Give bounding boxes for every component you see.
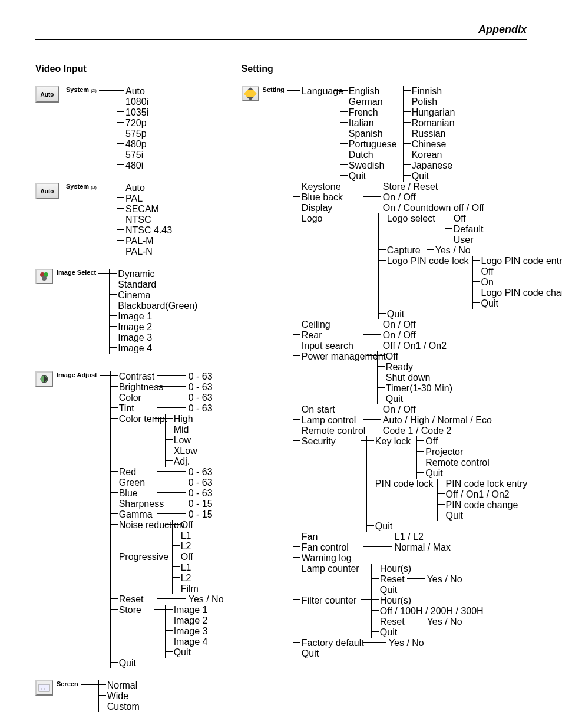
noise-item: Noise reduction Off L1 L2 [111, 520, 224, 552]
system2-group: Auto System (2) Auto 1080i 1035i 720p 57… [35, 86, 224, 171]
list-item: Quit [166, 647, 208, 658]
keystone-item: KeystoneStore / Reset [293, 182, 562, 192]
progressive-item: Progressive Off L1 L2 Film [111, 552, 224, 594]
list-item: Dutch [340, 150, 397, 160]
list-item: L2 [173, 573, 199, 584]
list-item: Blackboard(Green) [110, 301, 197, 311]
list-item: Image 4 [110, 343, 197, 354]
list-item: Chinese [404, 139, 455, 150]
reset-item: ResetYes / No [111, 594, 224, 605]
list-item: Normal [99, 680, 140, 691]
list-item: Quit [438, 510, 528, 521]
list-item: Yes / No [427, 245, 471, 256]
svg-point-2 [42, 276, 47, 281]
list-item: On [473, 277, 562, 288]
list-item: L2 [173, 541, 193, 552]
adjust-item: Green0 - 63 [111, 477, 224, 488]
logopin-item: Logo PIN code lock Logo PIN code entry O… [379, 256, 562, 309]
logo-item: Logo Logo select Off Default User [293, 213, 562, 319]
auto-box-1: Auto [35, 86, 59, 103]
setting-list: Language English German French Italian S… [293, 86, 562, 659]
list-item: Image 4 [166, 637, 208, 647]
colortemp-item: Color temp. High Mid Low XLow Adj. [111, 414, 224, 467]
list-item: French [340, 107, 397, 118]
list-item: PAL-M [117, 236, 172, 246]
list-item: Standard [110, 279, 197, 290]
list-item: L1 [173, 562, 199, 573]
list-item: NTSC [117, 215, 172, 225]
list-item: NTSC 4.43 [117, 225, 172, 236]
screen-group: ◂ ▸ Screen Normal Wide Custom [35, 680, 224, 712]
adjust-item: Gamma0 - 15 [111, 509, 224, 520]
lampcounter-item: Lamp counter Hour(s) ResetYes / No Quit [293, 564, 562, 595]
list-item: Auto [117, 183, 172, 193]
image-select-group: Image Select Dynamic Standard Cinema Bla… [35, 269, 224, 354]
blueback-item: Blue backOn / Off [293, 192, 562, 203]
system3-list: Auto PAL SECAM NTSC NTSC 4.43 PAL-M PAL-… [117, 183, 172, 257]
list-item: Projector [417, 447, 490, 457]
security-item: Security Key lock Off Projector Rem [293, 436, 562, 532]
fc-reset: ResetYes / No [372, 617, 484, 627]
list-item: 575p [117, 129, 148, 139]
system2-label: System (2) [66, 86, 97, 93]
list-item: Hungarian [404, 107, 455, 118]
screen-icon: ◂ ▸ [35, 680, 53, 696]
list-item: Quit [404, 171, 455, 182]
list-item: Quit [372, 585, 462, 595]
list-item: Image 3 [166, 626, 208, 637]
list-item: Adj. [166, 456, 197, 467]
list-item: Hour(s) [372, 595, 484, 606]
quit-item: Quit [111, 658, 224, 668]
onstart-item: On startOn / Off [293, 404, 562, 415]
image-select-list: Dynamic Standard Cinema Blackboard(Green… [109, 269, 197, 354]
list-item: Quit [378, 394, 452, 404]
list-item: Polish [404, 97, 455, 107]
system3-label: System (3) [66, 183, 97, 190]
list-item: Ready [378, 362, 452, 373]
setting-root: Setting [263, 86, 285, 93]
setting-group: Setting Language English German [242, 86, 562, 659]
adjust-item: Blue0 - 63 [111, 488, 224, 499]
header-title: Appendix [35, 24, 527, 36]
lampcontrol-item: Lamp controlAuto / High / Normal / Eco [293, 415, 562, 426]
list-item: Off [445, 213, 484, 224]
list-item: Italian [340, 118, 397, 129]
list-item: XLow [166, 446, 197, 456]
list-item: Quit [367, 521, 527, 532]
powermgmt-item: Power management Off Ready Shut down Tim… [293, 351, 562, 404]
list-item: Quit [340, 171, 397, 182]
list-item: Default [445, 224, 484, 235]
list-item: 480p [117, 139, 148, 150]
adjust-item: Tint0 - 63 [111, 403, 224, 414]
list-item: Quit [473, 298, 562, 309]
list-item: Off [173, 520, 193, 531]
list-item: Image 2 [110, 322, 197, 332]
filtercounter-item: Filter counter Hour(s) Off / 100H / 200H… [293, 595, 562, 638]
adjust-item: Sharpness0 - 15 [111, 499, 224, 509]
list-item: Off [473, 266, 562, 277]
list-item: Film [173, 584, 199, 594]
image-adjust-group: Image Adjust Contrast0 - 63 Brightness0 … [35, 371, 224, 668]
rear-item: RearOn / Off [293, 330, 562, 341]
left-column: Video Input Auto System (2) Auto 1080i 1… [35, 64, 224, 724]
list-item: Shut down [378, 373, 452, 383]
quit-item: Quit [293, 648, 562, 659]
list-item: High [166, 414, 197, 424]
list-item: Remote control [417, 457, 490, 468]
inputsearch-item: Input searchOff / On1 / On2 [293, 341, 562, 351]
list-item: PAL [117, 193, 172, 204]
system3-group: Auto System (3) Auto PAL SECAM NTSC NTSC… [35, 183, 224, 257]
video-input-title: Video Input [35, 64, 224, 74]
logoselect-item: Logo select Off Default User [379, 213, 562, 245]
image-adjust-label: Image Adjust [57, 371, 97, 378]
list-item: Image 1 [166, 605, 208, 615]
image-select-label: Image Select [57, 269, 96, 276]
setting-title: Setting [242, 64, 562, 74]
list-item: Japanese [404, 160, 455, 171]
adjust-item: Brightness0 - 63 [111, 382, 224, 393]
lc-reset: ResetYes / No [372, 574, 462, 585]
list-item: Off / 100H / 200H / 300H [372, 606, 484, 617]
fan-item: FanL1 / L2 [293, 532, 562, 542]
list-item: Cinema [110, 290, 197, 301]
list-item: 575i [117, 150, 148, 160]
